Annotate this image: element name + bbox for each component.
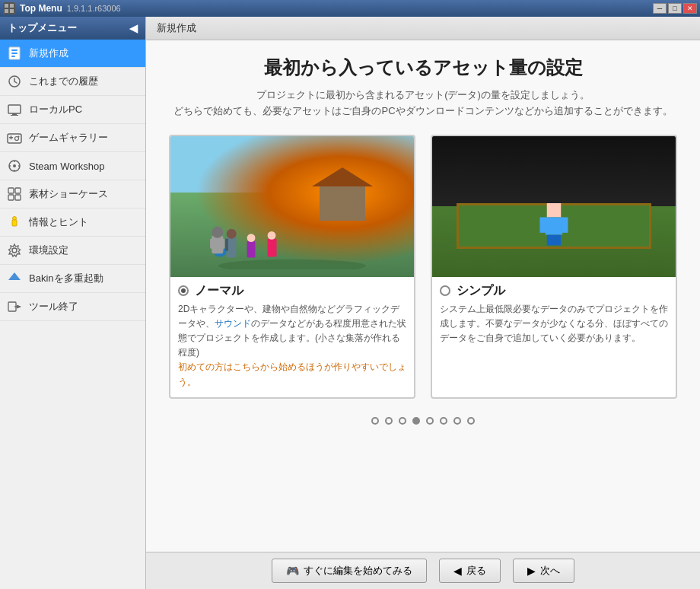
svg-rect-8 xyxy=(11,56,15,57)
titlebar: Top Menu 1.9.1.1.r63006 ─ □ ✕ xyxy=(0,0,700,17)
card-normal[interactable]: ノーマル 2Dキャラクターや、建物や自然物などグラフィックデータや、サウンドのデ… xyxy=(169,135,415,399)
svg-rect-44 xyxy=(221,238,224,248)
svg-rect-48 xyxy=(562,218,568,233)
next-icon: ▶ xyxy=(527,565,536,577)
svg-rect-7 xyxy=(11,53,18,54)
sidebar-header: トップメニュー ◀ xyxy=(0,17,145,40)
dot-7[interactable] xyxy=(453,417,461,425)
svg-rect-6 xyxy=(11,49,18,51)
minimize-button[interactable]: ─ xyxy=(653,3,667,14)
content-header: 新規作成 xyxy=(146,17,700,40)
radio-normal[interactable] xyxy=(178,285,189,296)
card-normal-title: ノーマル xyxy=(195,283,243,299)
svg-point-37 xyxy=(268,231,276,240)
svg-rect-11 xyxy=(12,113,17,115)
steam-workshop-icon xyxy=(6,158,23,174)
next-button[interactable]: ▶ 次へ xyxy=(513,559,574,583)
titlebar-left: Top Menu 1.9.1.1.r63006 xyxy=(3,2,121,14)
sidebar-item-label: ゲームギャラリー xyxy=(29,131,108,145)
svg-rect-4 xyxy=(10,9,14,13)
sidebar-item-label: Steam Workshop xyxy=(29,161,104,172)
svg-rect-10 xyxy=(8,105,21,113)
card-simple-desc: システム上最低限必要なデータのみでプロジェクトを作成します。不要なデータが少なく… xyxy=(432,302,676,354)
sidebar-title: トップメニュー xyxy=(8,21,77,35)
sidebar-item-settings[interactable]: 環境設定 xyxy=(0,237,145,265)
sidebar-item-label: 素材ショーケース xyxy=(29,187,108,201)
sidebar-item-label: Bakinを多重起動 xyxy=(29,272,103,285)
sidebar-item-history[interactable]: これまでの履歴 xyxy=(0,68,145,96)
info-hints-icon xyxy=(6,214,23,231)
exit-icon xyxy=(6,298,23,315)
sidebar: トップメニュー ◀ 新規作成 これまでの履歴 ローカルPC xyxy=(0,17,146,589)
sidebar-item-steam-workshop[interactable]: Steam Workshop xyxy=(0,152,145,180)
start-edit-button[interactable]: 🎮 すぐに編集を始めてみる xyxy=(272,559,427,583)
page-title: 最初から入っているアセット量の設定 xyxy=(264,56,583,80)
svg-rect-21 xyxy=(15,188,21,193)
dot-8[interactable] xyxy=(467,417,475,425)
svg-rect-3 xyxy=(5,9,8,13)
card-normal-image xyxy=(170,136,414,277)
bottom-bar: 🎮 すぐに編集を始めてみる ◀ 戻る ▶ 次へ xyxy=(146,552,700,589)
maximize-button[interactable]: □ xyxy=(668,3,682,14)
sidebar-item-game-gallery[interactable]: ゲームギャラリー xyxy=(0,124,145,152)
sidebar-item-local-pc[interactable]: ローカルPC xyxy=(0,96,145,124)
svg-point-35 xyxy=(247,234,256,242)
card-normal-label-row: ノーマル xyxy=(170,277,414,302)
sidebar-collapse-arrow[interactable]: ◀ xyxy=(129,22,138,34)
svg-point-32 xyxy=(227,228,237,238)
new-project-icon xyxy=(6,45,23,62)
app-version: 1.9.1.1.r63006 xyxy=(67,4,121,13)
svg-rect-47 xyxy=(540,218,546,233)
sidebar-item-label: ローカルPC xyxy=(29,103,82,116)
settings-icon xyxy=(6,242,23,259)
svg-rect-20 xyxy=(8,188,14,193)
sidebar-item-label: これまでの履歴 xyxy=(29,75,98,88)
back-icon: ◀ xyxy=(453,565,462,577)
svg-marker-27 xyxy=(8,272,21,280)
svg-point-42 xyxy=(212,226,223,237)
local-pc-icon xyxy=(6,101,23,118)
dot-1[interactable] xyxy=(371,417,379,425)
page-subtitle: プロジェクトに最初から含まれるアセット(データ)の量を設定しましょう。 どちらで… xyxy=(173,88,672,119)
sidebar-item-label: ツール終了 xyxy=(29,300,78,314)
svg-rect-34 xyxy=(247,241,256,258)
radio-simple[interactable] xyxy=(440,285,450,296)
scene-simple-bg xyxy=(432,136,676,277)
close-button[interactable]: ✕ xyxy=(683,3,697,14)
multi-launch-icon xyxy=(6,270,23,287)
svg-rect-2 xyxy=(10,4,14,8)
sidebar-item-label: 情報とヒント xyxy=(29,215,88,229)
pagination-dots xyxy=(371,417,475,425)
sidebar-item-asset-showcase[interactable]: 素材ショーケース xyxy=(0,180,145,209)
dot-4[interactable] xyxy=(412,417,420,425)
svg-rect-25 xyxy=(12,220,17,226)
svg-rect-12 xyxy=(11,115,18,116)
dot-6[interactable] xyxy=(440,417,447,425)
content-body: 最初から入っているアセット量の設定 プロジェクトに最初から含まれるアセット(デー… xyxy=(146,40,700,552)
svg-rect-43 xyxy=(210,238,213,248)
sidebar-item-multi-launch[interactable]: Bakinを多重起動 xyxy=(0,265,145,293)
history-icon xyxy=(6,73,23,90)
window-controls: ─ □ ✕ xyxy=(653,3,697,14)
card-simple[interactable]: シンプル システム上最低限必要なデータのみでプロジェクトを作成します。不要なデー… xyxy=(431,135,677,399)
svg-rect-50 xyxy=(554,235,561,246)
character-sprites xyxy=(195,221,390,270)
svg-point-15 xyxy=(18,136,20,138)
svg-point-14 xyxy=(15,137,19,141)
dot-5[interactable] xyxy=(426,417,434,425)
sidebar-item-exit[interactable]: ツール終了 xyxy=(0,293,145,321)
svg-rect-45 xyxy=(547,203,562,218)
dot-2[interactable] xyxy=(385,417,393,425)
svg-point-26 xyxy=(12,248,17,253)
sidebar-item-info-hints[interactable]: 情報とヒント xyxy=(0,209,145,237)
scene-normal-bg xyxy=(170,136,414,277)
card-simple-image xyxy=(432,136,676,277)
simple-character xyxy=(530,203,578,246)
dot-3[interactable] xyxy=(399,417,406,425)
house-decoration xyxy=(320,183,365,221)
back-button[interactable]: ◀ 戻る xyxy=(439,559,501,583)
sidebar-item-new-project[interactable]: 新規作成 xyxy=(0,40,145,68)
svg-rect-41 xyxy=(212,235,223,253)
cards-container: ノーマル 2Dキャラクターや、建物や自然物などグラフィックデータや、サウンドのデ… xyxy=(169,135,677,399)
card-normal-desc: 2Dキャラクターや、建物や自然物などグラフィックデータや、サウンドのデータなどが… xyxy=(170,302,414,397)
